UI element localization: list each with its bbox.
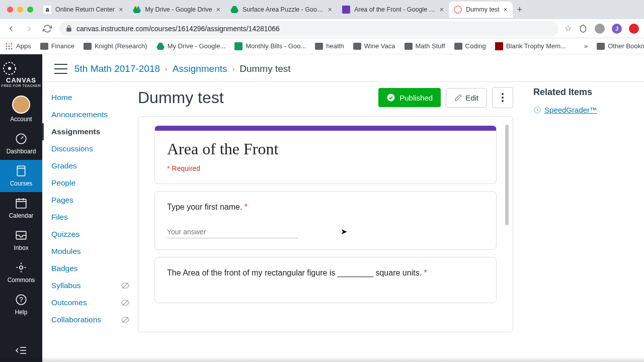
- ext-icon-2[interactable]: [595, 24, 605, 34]
- nav-badges[interactable]: Badges: [42, 260, 138, 277]
- other-bookmarks[interactable]: Other Bookmarks: [597, 42, 644, 50]
- apps-button[interactable]: Apps: [5, 42, 31, 50]
- breadcrumb-section[interactable]: Assignments: [173, 63, 227, 74]
- canvas-logo[interactable]: CANVAS FREE FOR TEACHER: [2, 54, 41, 92]
- nav-dashboard[interactable]: Dashboard: [0, 128, 42, 160]
- bookmark-knight[interactable]: Knight (Research): [84, 42, 147, 50]
- breadcrumb-current: Dummy test: [239, 63, 290, 74]
- speedgrader-link[interactable]: SpeedGrader™: [533, 106, 634, 114]
- svg-marker-3: [230, 6, 238, 13]
- close-icon[interactable]: ×: [328, 6, 332, 14]
- nav-home[interactable]: Home: [42, 89, 138, 106]
- required-label: * Required: [167, 164, 484, 172]
- nav-calendar[interactable]: Calendar: [0, 192, 42, 224]
- nav-courses[interactable]: Courses: [0, 160, 42, 192]
- page-title: Dummy test: [138, 88, 373, 107]
- tab-label: Area of the Front - Google Fo...: [354, 6, 436, 13]
- ext-icon-3[interactable]: [629, 24, 639, 34]
- window-controls[interactable]: [7, 7, 33, 13]
- tab-amazon[interactable]: a Online Return Center ×: [38, 2, 128, 18]
- svg-point-10: [9, 45, 10, 47]
- bookmark-wine[interactable]: Wine Vaca: [353, 42, 395, 50]
- tab-label: Surface Area Puzzle - Google...: [243, 6, 324, 13]
- svg-rect-21: [16, 199, 26, 208]
- bookmark-trophy[interactable]: Blank Trophy Mem...: [495, 42, 566, 50]
- main-row: Home Announcements Assignments Discussio…: [42, 82, 644, 362]
- commons-icon: [14, 260, 28, 275]
- nav-pages[interactable]: Pages: [42, 192, 138, 209]
- ext-icon-1[interactable]: [579, 24, 588, 33]
- tab-drive[interactable]: My Drive - Google Drive ×: [128, 2, 225, 18]
- answer-input-1[interactable]: [167, 226, 298, 238]
- content-area: 5th Math 2017-2018 › Assignments › Dummy…: [42, 54, 644, 362]
- nav-files[interactable]: Files: [42, 209, 138, 226]
- amazon-icon: a: [43, 6, 51, 14]
- scrollbar[interactable]: [505, 125, 509, 225]
- tab-label: Online Return Center: [55, 6, 115, 13]
- tab-forms[interactable]: Area of the Front - Google Fo... ×: [337, 2, 449, 18]
- svg-point-13: [9, 48, 10, 49]
- nav-inbox[interactable]: Inbox: [0, 224, 42, 256]
- lock-icon: [65, 25, 72, 32]
- profile-icon[interactable]: J: [612, 24, 622, 34]
- tab-canvas[interactable]: Dummy test ×: [449, 2, 513, 18]
- bookmark-overflow[interactable]: »: [584, 42, 588, 50]
- maximize-window-icon[interactable]: [27, 7, 33, 13]
- published-button[interactable]: Published: [378, 88, 441, 107]
- new-tab-button[interactable]: +: [513, 3, 527, 17]
- close-window-icon[interactable]: [7, 7, 13, 13]
- close-icon[interactable]: ×: [504, 6, 508, 14]
- close-icon[interactable]: ×: [440, 6, 444, 14]
- folder-icon: [405, 43, 413, 50]
- back-button[interactable]: [5, 24, 17, 33]
- title-row: Dummy test Published Edit: [138, 87, 513, 108]
- bookmarks-bar: Apps Finance Knight (Research) My Drive …: [0, 38, 644, 54]
- nav-outcomes[interactable]: Outcomes: [42, 294, 138, 311]
- hidden-icon: [121, 281, 130, 290]
- nav-discussions[interactable]: Discussions: [42, 140, 138, 157]
- pencil-icon: [454, 94, 462, 102]
- folder-icon: [353, 43, 361, 50]
- nav-modules[interactable]: Modules: [42, 243, 138, 260]
- nav-syllabus[interactable]: Syllabus: [42, 277, 138, 294]
- nav-assignments[interactable]: Assignments: [42, 123, 138, 140]
- bookmark-coding[interactable]: Coding: [454, 42, 486, 50]
- nav-announcements[interactable]: Announcements: [42, 106, 138, 123]
- close-icon[interactable]: ×: [119, 6, 123, 14]
- right-column: Related Items SpeedGrader™: [523, 82, 644, 362]
- google-form-embed[interactable]: Area of the Front * Required Type your f…: [138, 116, 513, 332]
- dashboard-icon: [14, 132, 28, 146]
- svg-point-26: [20, 266, 23, 269]
- more-button[interactable]: [492, 87, 513, 108]
- question-2-label: The Area of the front of my rectangular …: [167, 268, 484, 278]
- edit-button[interactable]: Edit: [446, 88, 487, 108]
- close-icon[interactable]: ×: [216, 6, 220, 14]
- nav-collaborations[interactable]: Collaborations: [42, 311, 138, 328]
- nav-grades[interactable]: Grades: [42, 157, 138, 174]
- tab-puzzle[interactable]: Surface Area Puzzle - Google... ×: [225, 2, 337, 18]
- bookmark-health[interactable]: health: [315, 42, 344, 50]
- nav-help[interactable]: ? Help: [0, 289, 42, 321]
- nav-people[interactable]: People: [42, 174, 138, 192]
- bookmark-finance[interactable]: Finance: [40, 42, 74, 50]
- svg-text:?: ?: [19, 296, 23, 304]
- hamburger-button[interactable]: [54, 64, 67, 74]
- nav-account[interactable]: Account: [0, 92, 42, 128]
- nav-commons[interactable]: Commons: [0, 256, 42, 289]
- inbox-icon: [14, 228, 28, 242]
- bookmark-drive[interactable]: My Drive - Google...: [156, 42, 226, 50]
- star-icon[interactable]: ☆: [565, 24, 572, 33]
- avatar-icon: [12, 96, 30, 114]
- breadcrumb: 5th Math 2017-2018 › Assignments › Dummy…: [74, 63, 291, 74]
- reload-button[interactable]: [41, 24, 53, 33]
- svg-rect-19: [17, 166, 25, 176]
- svg-point-12: [6, 48, 8, 49]
- forward-button[interactable]: [23, 24, 35, 33]
- svg-point-9: [6, 45, 8, 47]
- breadcrumb-course[interactable]: 5th Math 2017-2018: [74, 63, 160, 74]
- url-input[interactable]: canvas.instructure.com/courses/1614296/a…: [59, 21, 558, 36]
- minimize-window-icon[interactable]: [17, 7, 23, 13]
- bookmark-math[interactable]: Math Stuff: [405, 42, 445, 50]
- nav-quizzes[interactable]: Quizzes: [42, 226, 138, 243]
- bookmark-bills[interactable]: Monthly Bills - Goo...: [234, 42, 306, 50]
